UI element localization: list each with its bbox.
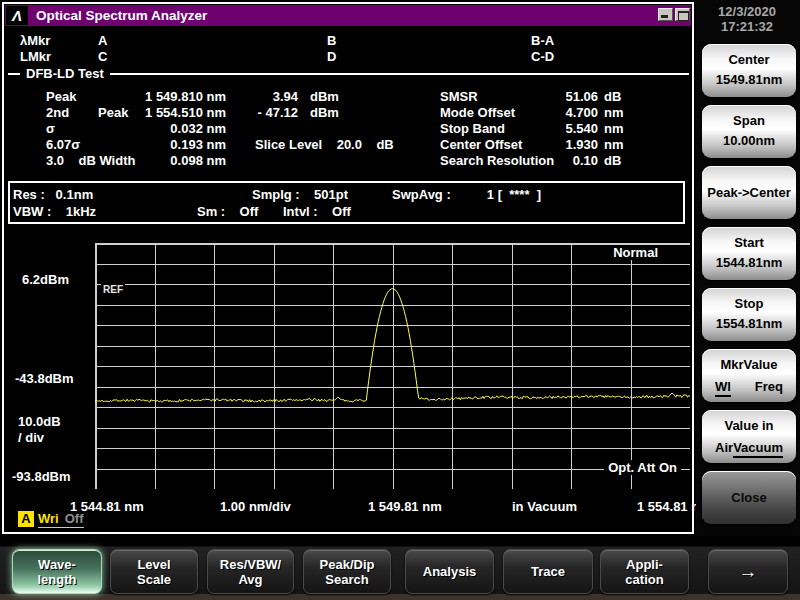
- softkey-mkrvalue[interactable]: MkrValueWlFreq: [702, 349, 796, 402]
- trace-write-state: WriOff: [38, 511, 84, 528]
- analysis-level-value: 3.94: [228, 89, 298, 104]
- trace-status[interactable]: AWriOff: [18, 511, 84, 529]
- analysis-right-label: Center Offset: [440, 137, 522, 152]
- minimize-icon: [661, 15, 668, 18]
- slice-level-value: Slice Level 20.0 dB: [255, 137, 394, 152]
- menu-peak-dipsearch-button[interactable]: Peak/DipSearch: [303, 549, 391, 594]
- softkey-value: 1554.81nm: [702, 316, 796, 331]
- titlebar: Λ Optical Spectrum Analyzer: [5, 5, 691, 26]
- softkey-value: 1544.81nm: [702, 255, 796, 270]
- menu-appli-cation-button[interactable]: Appli-cation: [600, 549, 689, 594]
- softkey-close[interactable]: Close: [702, 471, 796, 524]
- analysis-right-unit: nm: [604, 121, 624, 136]
- x-axis-label: in Vacuum: [512, 499, 577, 514]
- menu-button-label: cation: [601, 572, 688, 587]
- menu-more-arrow-button[interactable]: →: [708, 549, 788, 594]
- analysis-level-unit: dBm: [310, 105, 339, 120]
- analysis-row: 2nd Peak1 554.510 nm- 47.12dBmMode Offse…: [4, 105, 690, 120]
- y-axis-label: / div: [18, 430, 44, 445]
- analysis-wavelength-value: 0.193 nm: [110, 137, 226, 152]
- softkey-label: Start: [702, 235, 796, 250]
- ref-level-label: REF: [101, 284, 125, 295]
- analysis-right-unit: dB: [604, 89, 621, 104]
- softkey-stop[interactable]: Stop1554.81nm: [702, 288, 796, 341]
- menu-button-label: Analysis: [406, 564, 493, 579]
- softkey-value: 10.00nm: [702, 133, 796, 148]
- marker-cell: B-A: [531, 33, 554, 48]
- softkey-options: WlFreq: [702, 379, 796, 397]
- menu-analysis-button[interactable]: Analysis: [405, 549, 494, 594]
- trace-write-mode: Wri: [38, 511, 59, 526]
- analysis-right-label: Stop Band: [440, 121, 505, 136]
- spectrum-plot: [95, 243, 690, 489]
- optical-attenuator-label: Opt. Att On: [604, 460, 681, 475]
- analysis-wavelength-value: 0.098 nm: [110, 153, 226, 168]
- analysis-right-unit: nm: [604, 105, 624, 120]
- analysis-level-value: - 47.12: [228, 105, 298, 120]
- analysis-right-value: 0.10: [530, 153, 598, 168]
- analysis-wavelength-value: 1 549.810 nm: [110, 89, 226, 104]
- maximize-button[interactable]: [675, 8, 690, 21]
- menu-button-label: Scale: [111, 572, 197, 587]
- analysis-right-label: Mode Offset: [440, 105, 515, 120]
- trace-mode-label: Normal: [608, 245, 663, 260]
- bottom-strip: [0, 594, 800, 600]
- softkey-center[interactable]: Center1549.81nm: [702, 44, 796, 97]
- softkey-start[interactable]: Start1544.81nm: [702, 227, 796, 280]
- x-axis-label: 1.00 nm/div: [220, 499, 291, 514]
- analysis-separator: DFB-LD Test: [8, 73, 689, 75]
- softkey-label: Value in: [702, 418, 796, 433]
- analysis-right-value: 5.540: [530, 121, 598, 136]
- anritsu-logo-icon: Λ: [6, 6, 28, 25]
- y-axis-label: 6.2dBm: [22, 272, 69, 287]
- setting-field: Res : 0.1nm: [13, 187, 93, 202]
- minimize-button[interactable]: [658, 8, 673, 21]
- analysis-wavelength-value: 0.032 nm: [110, 121, 226, 136]
- analysis-label: σ: [46, 121, 55, 136]
- setting-field: VBW : 1kHz: [13, 204, 96, 219]
- softkey-label: Span: [702, 113, 796, 128]
- analysis-right-value: 4.700: [530, 105, 598, 120]
- menu-button-label: Peak/Dip: [304, 557, 390, 572]
- menu-button-label: Level: [111, 557, 197, 572]
- menu-button-label: Res/VBW/: [208, 557, 293, 572]
- window-title: Optical Spectrum Analyzer: [36, 5, 207, 26]
- analysis-row: σ0.032 nmStop Band5.540nm: [4, 121, 690, 136]
- y-axis-label: -43.8dBm: [15, 371, 74, 386]
- softkey-value-in[interactable]: Value inAirVacuum: [702, 410, 796, 463]
- marker-cell: D: [327, 49, 336, 64]
- softkey-value: 1549.81nm: [702, 72, 796, 87]
- softkey-span[interactable]: Span10.00nm: [702, 105, 796, 158]
- marker-row-label: λMkr: [20, 33, 50, 48]
- softkey-peak-center[interactable]: Peak->Center: [702, 166, 796, 219]
- osa-screen: Λ Optical Spectrum Analyzer λMkrABB-ALMk…: [0, 0, 800, 600]
- analysis-row: 3.0 dB Width0.098 nmSearch Resolution0.1…: [4, 153, 690, 168]
- marker-cell: A: [98, 33, 107, 48]
- time-label: 17:21:32: [696, 19, 798, 34]
- analysis-label: 6.07σ: [46, 137, 80, 152]
- menu-res-vbw-avg-button[interactable]: Res/VBW/Avg: [207, 549, 294, 594]
- softkey-label: Close: [702, 471, 796, 524]
- analysis-right-unit: nm: [604, 137, 624, 152]
- menu-wave-length-button[interactable]: Wave-length: [12, 549, 102, 594]
- option-vacuum[interactable]: Vacuum: [733, 440, 783, 458]
- marker-cell: B: [327, 33, 336, 48]
- analysis-right-value: 51.06: [530, 89, 598, 104]
- option-wl[interactable]: Wl: [715, 379, 731, 397]
- analysis-section-title: DFB-LD Test: [20, 66, 110, 81]
- softkey-options: AirVacuum: [702, 440, 796, 458]
- option-freq[interactable]: Freq: [755, 379, 783, 397]
- menu-trace-button[interactable]: Trace: [503, 549, 593, 594]
- setting-field: Sm : Off: [197, 204, 258, 219]
- marker-cell: C: [98, 49, 107, 64]
- analysis-wavelength-value: 1 554.510 nm: [110, 105, 226, 120]
- analysis-row: Peak1 549.810 nm3.94dBmSMSR51.06dB: [4, 89, 690, 104]
- option-air[interactable]: Air: [715, 440, 733, 458]
- analysis-label: Peak: [46, 89, 76, 104]
- x-axis-label: 1 549.81 nm: [368, 499, 442, 514]
- arrow-right-icon: →: [709, 564, 787, 579]
- sweep-settings-box: Res : 0.1nmSmplg : 501ptSwpAvg : 1 [ ***…: [8, 181, 685, 224]
- trace-a-badge[interactable]: A: [18, 511, 34, 527]
- menu-button-label: Wave-: [13, 557, 101, 572]
- menu-levelscale-button[interactable]: LevelScale: [110, 549, 198, 594]
